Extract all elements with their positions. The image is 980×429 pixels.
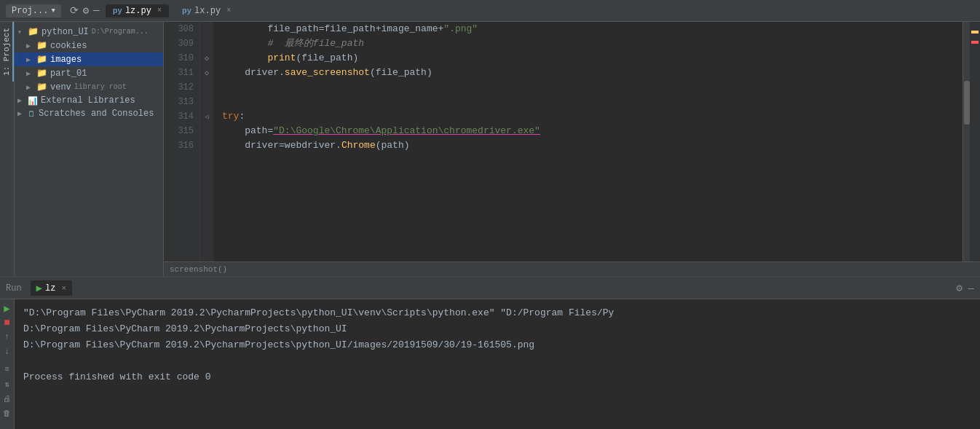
py-icon-lx: py (182, 7, 191, 15)
tree-label-scratches: Scratches and Consoles (39, 109, 154, 119)
console-line-5: Process finished with exit code 0 (23, 369, 971, 385)
project-tree: ▾ 📁 python_UI D:\Program... ▶ 📁 cookies … (15, 22, 163, 276)
tree-label-images: images (50, 55, 82, 65)
run-tab-label: lz (45, 283, 55, 294)
gutter-marks: ◇ ◇ ◁ (200, 22, 213, 261)
project-edge-tab[interactable]: 1: Project (1, 22, 14, 82)
project-button[interactable]: Proj... ▼ (6, 4, 61, 17)
close-bottom-icon[interactable]: — (968, 283, 974, 294)
breadcrumb-bar: screenshot() (164, 261, 980, 276)
scrollbar-thumb[interactable] (964, 81, 970, 125)
code-line-312 (222, 80, 954, 95)
try-marker: ◁ (205, 113, 208, 121)
line-num-314: 314 (170, 109, 194, 124)
bottom-tab-lz[interactable]: ▶ lz × (31, 280, 72, 296)
folder-icon-part01: 📁 (36, 68, 47, 79)
code-line-313 (222, 95, 954, 109)
expand-arrow-venv: ▶ (26, 83, 36, 92)
line-num-313: 313 (170, 95, 194, 109)
run-bottom-btn[interactable]: ▶ (1, 302, 13, 314)
tree-item-images[interactable]: ▶ 📁 images (15, 52, 163, 66)
run-tab-close[interactable]: × (61, 284, 66, 293)
sync-icon[interactable]: ⟳ (70, 4, 79, 17)
line-num-315: 315 (170, 124, 194, 138)
code-line-309: # 最终的file_path (222, 36, 954, 51)
stop-bottom-btn[interactable]: ■ (1, 317, 13, 328)
folder-icon-ext-libs: 📊 (28, 96, 38, 106)
settings-icon[interactable]: ⚙ (83, 4, 89, 17)
expand-arrow-scratches: ▶ (17, 109, 28, 118)
expand-arrow-cookies: ▶ (26, 42, 36, 50)
delete-btn[interactable]: 🗑 (1, 407, 13, 419)
console-line-2: D:\Program Files\PyCharm 2019.2\PycharmP… (23, 321, 971, 337)
line-num-309: 309 (170, 36, 194, 51)
code-line-311: driver.save_screenshot(file_path) (222, 66, 954, 80)
code-line-314: try: (222, 109, 954, 124)
line-numbers: 308 309 310 311 312 313 314 315 316 (164, 22, 200, 261)
expand-arrow-images: ▶ (26, 55, 36, 64)
breadcrumb-text: screenshot() (170, 265, 227, 274)
bottom-content: ▶ ■ ↑ ↓ ≡ ⇅ 🖨 🗑 "D:\Program Files\PyChar… (0, 299, 980, 429)
code-line-315: path="D:\Google\Chrome\Application\chrom… (222, 124, 954, 138)
tree-item-external-libs[interactable]: ▶ 📊 External Libraries (15, 94, 163, 107)
tab-lz-py[interactable]: py lz.py × (106, 4, 169, 17)
run-label: Run (6, 283, 22, 294)
minimize-icon[interactable]: — (93, 4, 99, 17)
scroll-console-btn[interactable]: ↓ (1, 346, 13, 358)
editor-scrollbar[interactable] (963, 22, 970, 261)
rerun-btn[interactable]: ↑ (1, 331, 13, 343)
tab-lx-py[interactable]: py lx.py × (175, 4, 238, 17)
code-line-310: print(file_path) (222, 51, 954, 66)
console-line-3: D:\Program Files\PyCharm 2019.2\PycharmP… (23, 337, 971, 353)
line-num-312: 312 (170, 80, 194, 95)
project-sidebar: ▾ 📁 python_UI D:\Program... ▶ 📁 cookies … (15, 22, 164, 276)
tree-item-scratches[interactable]: ▶ 🗒 Scratches and Consoles (15, 107, 163, 120)
code-line-308: file_path=file_path+image_name+".png" (222, 22, 954, 36)
editor-area: 308 309 310 311 312 313 314 315 316 ◇ ◇ (164, 22, 980, 276)
chevron-down-icon: ▼ (51, 7, 55, 15)
run-icon: ▶ (36, 282, 42, 294)
console-line-1: "D:\Program Files\PyCharm 2019.2\Pycharm… (23, 305, 971, 321)
sort-btn[interactable]: ⇅ (1, 378, 13, 390)
folder-icon-python-ui: 📁 (28, 26, 39, 37)
bottom-panel: Run ▶ lz × ⚙ — ▶ ■ ↑ ↓ ≡ ⇅ 🖨 🗑 "D:\Progr… (0, 276, 980, 429)
tree-item-part01[interactable]: ▶ 📁 part_01 (15, 66, 163, 80)
print-btn[interactable]: 🖨 (1, 393, 13, 404)
bottom-tab-right-controls: ⚙ — (956, 282, 974, 294)
settings-panel-btn[interactable]: ≡ (1, 363, 13, 375)
tree-label-part01: part_01 (50, 68, 87, 79)
line-num-308: 308 (170, 22, 194, 36)
bookmark-310: ◇ (205, 54, 209, 63)
toolbar-icons: ⟳ ⚙ — (70, 4, 100, 17)
tree-label-venv: venv (50, 82, 71, 93)
z-structure-panel: ▶ ■ ↑ ↓ ≡ ⇅ 🖨 🗑 (0, 299, 15, 429)
right-gutter (970, 22, 980, 261)
expand-arrow-ext-libs: ▶ (17, 96, 28, 105)
project-label: Proj... (12, 6, 48, 16)
tab-lx-close[interactable]: × (226, 7, 231, 15)
tree-sublabel-venv: library root (74, 83, 127, 91)
tree-item-cookies[interactable]: ▶ 📁 cookies (15, 39, 163, 52)
tree-label-external-libs: External Libraries (41, 95, 135, 106)
py-icon-lz: py (113, 7, 122, 15)
folder-icon-images: 📁 (36, 54, 47, 65)
folder-icon-scratches: 🗒 (28, 109, 36, 119)
line-num-316: 316 (170, 138, 194, 153)
code-editor[interactable]: file_path=file_path+image_name+".png" # … (213, 22, 963, 261)
tree-item-venv[interactable]: ▶ 📁 venv library root (15, 80, 163, 94)
gutter-mark-yellow (971, 31, 979, 34)
tab-lz-close[interactable]: × (157, 7, 162, 15)
line-num-310: 310 (170, 51, 194, 66)
editor-content: 308 309 310 311 312 313 314 315 316 ◇ ◇ (164, 22, 980, 261)
tree-item-python-ui[interactable]: ▾ 📁 python_UI D:\Program... (15, 25, 163, 39)
tree-label-cookies: cookies (50, 41, 87, 51)
tree-label-python-ui: python_UI (42, 27, 89, 37)
settings-bottom-icon[interactable]: ⚙ (956, 282, 962, 294)
bookmark-311: ◇ (205, 68, 209, 77)
expand-arrow-part01: ▶ (26, 69, 36, 78)
tree-sublabel-python-ui: D:\Program... (92, 28, 149, 36)
console-line-4 (23, 353, 971, 369)
run-console: "D:\Program Files\PyCharm 2019.2\Pycharm… (15, 299, 980, 429)
gutter-mark-red (971, 41, 979, 44)
tab-lz-label: lz.py (125, 6, 151, 16)
